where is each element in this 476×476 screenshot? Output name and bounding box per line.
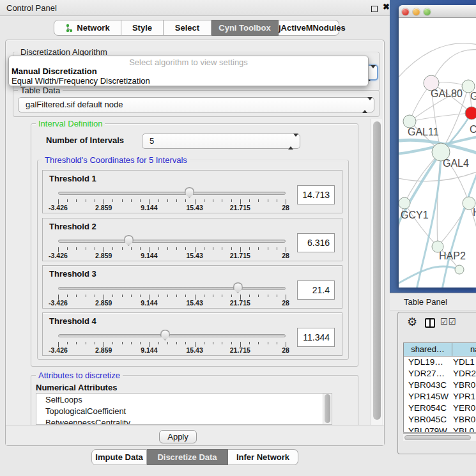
network-icon <box>65 24 73 33</box>
zoom-traffic-light[interactable] <box>424 8 431 15</box>
table-cell[interactable]: YBR0 <box>452 380 476 391</box>
table-column-header[interactable]: na <box>452 343 476 357</box>
numerical-attributes-list[interactable]: SelfLoopsTopologicalCoefficientBetweenne… <box>36 393 332 425</box>
tick-mark <box>277 295 277 297</box>
threshold-value-field[interactable]: 14.713 <box>297 185 335 204</box>
threshold-panel: Threshold 2-3.4262.8599.14415.4321.71528… <box>42 218 342 261</box>
tab-style[interactable]: Style <box>121 20 164 36</box>
panel-title: Control Panel <box>6 3 57 13</box>
attribute-list-item[interactable]: TopologicalCoefficient <box>36 405 332 417</box>
popup-option[interactable]: Equal Width/Frequency Discretization <box>11 76 367 86</box>
tick-mark <box>140 199 141 202</box>
table-cell[interactable]: YBR045C <box>404 414 452 426</box>
scrollbar-thumb[interactable] <box>404 435 471 440</box>
tab-discretize-data[interactable]: Discretize Data <box>147 449 228 465</box>
network-edge[interactable] <box>431 50 476 83</box>
tick-label: 28 <box>282 252 289 259</box>
tick-mark <box>176 199 177 202</box>
apply-button[interactable]: Apply <box>159 430 197 443</box>
popup-option[interactable]: Manual Discretization <box>11 66 367 76</box>
tick-mark <box>158 199 159 202</box>
threshold-value-field[interactable]: 11.344 <box>297 328 335 347</box>
node-label: GA <box>470 91 476 102</box>
table-cell[interactable]: YBL0 <box>452 426 476 433</box>
network-node[interactable] <box>455 265 464 274</box>
network-node-c[interactable] <box>465 107 476 119</box>
tick-mark <box>167 342 168 344</box>
tick-mark <box>76 247 77 250</box>
tick-mark <box>67 295 68 297</box>
node-attribute-table[interactable]: shared…naYDL19…YDL1YDR27…YDR2YBR043CYBR0… <box>403 342 476 433</box>
tick-mark <box>95 247 95 250</box>
tab-jactivemnodules[interactable]: jActiveMNodules <box>279 20 339 36</box>
table-horizontal-scrollbar[interactable] <box>403 433 476 441</box>
tick-label: -3.426 <box>49 346 68 354</box>
tab-impute-data[interactable]: Impute Data <box>91 449 147 465</box>
slider-thumb[interactable] <box>233 282 243 293</box>
tick-label: 9.144 <box>141 299 157 307</box>
node-label: GAL11 <box>408 127 439 137</box>
table-cell[interactable]: YBR0 <box>452 414 476 426</box>
network-graph-canvas[interactable]: GAL80GACGAL11GAL4GCY1HHAP2 <box>399 18 476 288</box>
scrollbar-thumb[interactable] <box>325 394 330 423</box>
tab-select[interactable]: Select <box>164 20 211 36</box>
gear-icon[interactable]: ⚙ <box>407 315 417 329</box>
slider-track[interactable] <box>58 240 286 243</box>
slider-track[interactable] <box>58 334 286 337</box>
tick-mark <box>268 342 268 344</box>
tick-mark <box>131 295 132 297</box>
float-window-icon[interactable] <box>371 6 378 12</box>
tick-mark <box>112 342 113 344</box>
slider-thumb[interactable] <box>160 330 170 341</box>
slider-thumb[interactable] <box>185 187 194 198</box>
network-node-gal11[interactable] <box>403 115 416 128</box>
network-node-gcy1[interactable] <box>399 197 410 209</box>
settings-scrollbar[interactable] <box>371 119 382 425</box>
checkbox-icons[interactable]: ☑☑ <box>440 317 456 326</box>
popup-placeholder-option[interactable]: Select algorithm to view settings <box>9 58 368 67</box>
table-cell[interactable]: YPR145W <box>404 391 452 403</box>
tab-network[interactable]: Network <box>54 20 121 36</box>
table-cell[interactable]: YDR2 <box>452 368 476 380</box>
node-label: GCY1 <box>401 210 429 220</box>
table-data-combobox[interactable]: galFiltered.sif default node <box>18 97 374 112</box>
tick-mark <box>76 342 77 344</box>
tick-mark <box>86 295 86 297</box>
tab-infer-network[interactable]: Infer Network <box>228 449 298 465</box>
tick-label: 2.859 <box>95 252 112 259</box>
table-cell[interactable]: YPR1 <box>452 391 476 403</box>
table-cell[interactable]: YER0 <box>452 403 476 414</box>
network-edge[interactable] <box>399 171 476 181</box>
split-columns-icon[interactable] <box>425 318 435 328</box>
algorithm-dropdown-popup: Select algorithm to view settings Manual… <box>8 56 369 86</box>
table-cell[interactable]: YBL079W <box>404 426 452 433</box>
slider-track[interactable] <box>58 287 286 290</box>
close-icon[interactable]: ✖ <box>383 2 390 12</box>
attributes-list-scrollbar[interactable] <box>323 394 332 424</box>
network-edge[interactable] <box>399 43 476 81</box>
table-cell[interactable]: YDR27… <box>404 368 452 380</box>
table-cell[interactable]: YDL1 <box>452 357 476 368</box>
table-column-header[interactable]: shared… <box>404 343 452 357</box>
attribute-list-item[interactable]: SelfLoops <box>36 394 332 405</box>
tab-label: Cyni Toolbox <box>219 23 270 33</box>
network-edge[interactable] <box>410 113 472 121</box>
tick-label: 21.715 <box>230 346 250 354</box>
slider-track[interactable] <box>58 192 286 195</box>
interval-group-title: Interval Definition <box>36 119 105 128</box>
close-traffic-light[interactable] <box>402 8 409 15</box>
network-edge[interactable] <box>399 266 459 285</box>
table-cell[interactable]: YDL19… <box>404 357 452 368</box>
threshold-value-field[interactable]: 6.316 <box>297 233 335 252</box>
table-cell[interactable]: YER054C <box>404 403 452 414</box>
num-intervals-combobox[interactable]: 5 <box>142 134 300 149</box>
tick-mark <box>258 295 259 297</box>
slider-thumb[interactable] <box>124 235 134 246</box>
table-cell[interactable]: YBR043C <box>404 380 452 391</box>
threshold-value-field[interactable]: 21.4 <box>297 280 335 300</box>
scrollbar-thumb[interactable] <box>373 121 381 420</box>
tab-label: Select <box>175 23 199 33</box>
tab-cyni-toolbox[interactable]: Cyni Toolbox <box>211 20 279 36</box>
minimize-traffic-light[interactable] <box>413 8 420 15</box>
attribute-list-item[interactable]: BetweennessCentrality <box>36 417 332 425</box>
